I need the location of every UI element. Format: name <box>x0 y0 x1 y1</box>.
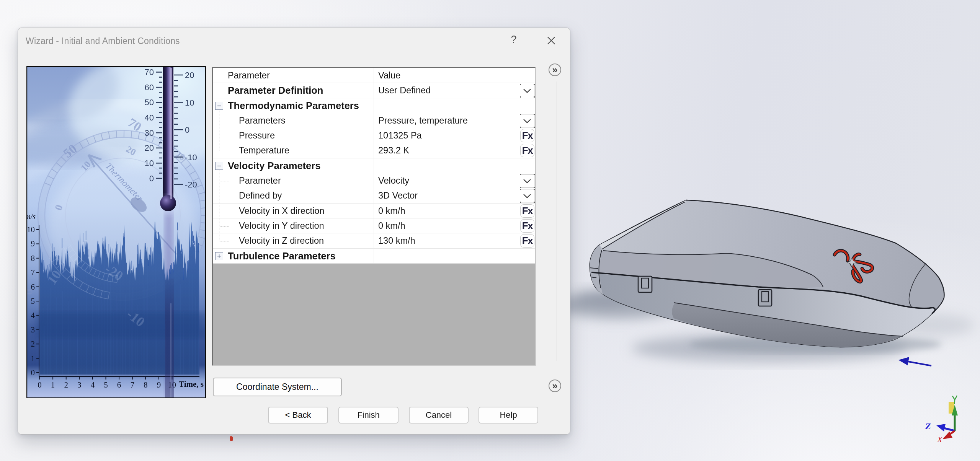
svg-text:8: 8 <box>31 254 35 263</box>
svg-text:6: 6 <box>117 380 121 389</box>
svg-text:m/s: m/s <box>26 212 36 221</box>
svg-text:5: 5 <box>31 296 35 306</box>
svg-text:70: 70 <box>145 67 154 77</box>
svg-text:4: 4 <box>31 311 35 320</box>
svg-text:6: 6 <box>31 282 35 292</box>
svg-text:60: 60 <box>145 83 154 92</box>
svg-text:10: 10 <box>185 98 194 108</box>
svg-text:2: 2 <box>64 380 68 389</box>
svg-text:50: 50 <box>145 98 154 107</box>
svg-text:8: 8 <box>144 380 148 389</box>
svg-text:Z: Z <box>925 421 931 431</box>
svg-text:7: 7 <box>31 268 35 277</box>
svg-text:-10: -10 <box>185 153 197 162</box>
svg-text:1: 1 <box>51 380 55 389</box>
svg-text:X: X <box>937 435 943 444</box>
svg-text:5: 5 <box>104 380 108 389</box>
svg-text:1: 1 <box>31 354 35 363</box>
svg-text:3: 3 <box>31 325 35 334</box>
svg-text:0: 0 <box>38 380 42 389</box>
svg-text:9: 9 <box>157 380 161 389</box>
svg-text:Time, s: Time, s <box>179 380 204 389</box>
svg-text:0: 0 <box>31 368 35 377</box>
svg-text:20: 20 <box>145 143 154 153</box>
svg-text:9: 9 <box>31 239 35 248</box>
svg-text:20: 20 <box>185 70 194 80</box>
svg-text:4: 4 <box>91 380 95 389</box>
svg-text:0: 0 <box>149 174 154 183</box>
svg-text:30: 30 <box>145 128 154 138</box>
svg-text:3: 3 <box>77 380 82 389</box>
svg-text:10: 10 <box>145 158 154 168</box>
svg-text:10: 10 <box>27 225 35 234</box>
svg-text:0: 0 <box>185 125 189 135</box>
svg-text:40: 40 <box>145 113 154 122</box>
svg-text:7: 7 <box>130 380 134 389</box>
svg-text:-20: -20 <box>185 180 197 189</box>
svg-text:2: 2 <box>31 339 35 349</box>
